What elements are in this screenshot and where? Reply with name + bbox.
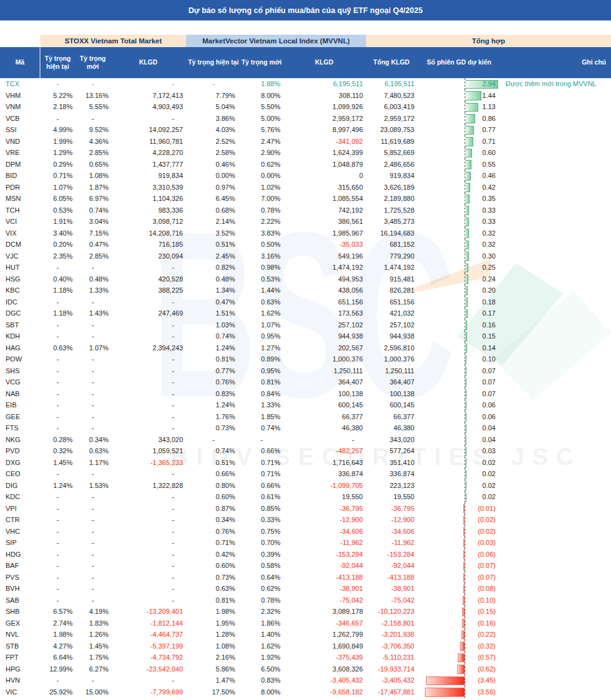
table-row: EIB---1.24%1.33%600,145600,1450.06 [0, 399, 611, 411]
gd-sessions-bar [463, 516, 465, 525]
gd-sessions-bar [465, 149, 473, 158]
cell-mvvnl-current-weight: 0.82% [186, 262, 241, 273]
cell-stoxx-klgd: - [110, 514, 186, 526]
cell-stoxx-current-weight: - [40, 514, 75, 526]
col-header-stoxx-klgd: KLGD [110, 47, 186, 78]
gd-sessions-value: 0.06 [483, 411, 496, 423]
gd-sessions-value: (0.06) [478, 549, 496, 560]
cell-mvvnl-current-weight: 0.87% [186, 503, 241, 515]
cell-stoxx-new-weight: - [75, 526, 110, 538]
cell-stoxx-current-weight: - [40, 399, 75, 411]
cell-stoxx-klgd: 14,092,257 [110, 124, 186, 136]
cell-gd-sessions: 0.46 [417, 170, 501, 182]
cell-mvvnl-new-weight: 0.85% [241, 503, 282, 515]
cell-mvvnl-klgd: 100,138 [282, 388, 366, 400]
cell-mvvnl-new-weight: 0.63% [241, 296, 282, 308]
cell-stoxx-new-weight: - [75, 583, 110, 595]
cell-total-klgd: -2,158,801 [366, 618, 417, 629]
cell-mvvnl-klgd: 3,608,326 [282, 663, 366, 675]
gd-sessions-value: 0.55 [483, 159, 496, 171]
cell-stoxx-new-weight: - [75, 262, 110, 273]
gd-sessions-bar [465, 458, 467, 467]
cell-note [501, 560, 611, 572]
cell-mvvnl-new-weight: 1.85% [241, 411, 282, 423]
gd-sessions-value: (0.07) [478, 572, 496, 583]
gd-sessions-value: 0.42 [483, 182, 496, 193]
cell-gd-sessions: 0.14 [417, 342, 501, 354]
cell-stoxx-klgd: -13,209,401 [110, 606, 186, 618]
table-row: SAB---0.81%0.78%-75,042-75,042(0.10) [0, 595, 611, 606]
cell-mvvnl-current-weight: 0.51% [186, 239, 241, 250]
table-row: VCB---3.86%5.00%2,959,1722,959,1720.86 [0, 113, 611, 125]
cell-mvvnl-new-weight: 0.89% [241, 353, 282, 365]
cell-note [501, 503, 611, 515]
gd-sessions-value: (0.15) [478, 606, 496, 618]
cell-ticker: PDR [0, 182, 40, 193]
cell-stoxx-klgd: - [110, 583, 186, 595]
gd-sessions-value: 0.18 [483, 296, 496, 308]
cell-stoxx-new-weight: - [75, 113, 110, 125]
cell-mvvnl-current-weight: 0.34% [186, 514, 241, 526]
cell-total-klgd: -36,795 [366, 503, 417, 515]
cell-mvvnl-klgd: -346,657 [282, 618, 366, 629]
cell-gd-sessions: 0.02 [417, 480, 501, 492]
cell-ticker: DXG [0, 457, 40, 469]
cell-mvvnl-new-weight: 8.00% [241, 686, 282, 698]
cell-mvvnl-klgd: 1,048,879 [282, 159, 366, 171]
gd-sessions-value: 0.06 [483, 399, 496, 411]
cell-mvvnl-new-weight: 0.78% [241, 595, 282, 606]
cell-mvvnl-current-weight: 3.52% [186, 228, 241, 239]
cell-stoxx-new-weight: 0.65% [75, 159, 110, 171]
gd-sessions-value: (0.02) [478, 526, 496, 538]
table-row: DIG1.24%1.53%1,322,8280.80%0.66%-1,099,7… [0, 480, 611, 492]
gd-sessions-bar [465, 481, 467, 490]
cell-stoxx-current-weight: - [40, 537, 75, 549]
cell-stoxx-klgd: -5,397,199 [110, 640, 186, 652]
cell-gd-sessions: 0.02 [417, 468, 501, 480]
cell-stoxx-current-weight: - [40, 675, 75, 686]
cell-stoxx-new-weight: - [75, 537, 110, 549]
cell-mvvnl-current-weight: 1.47% [186, 675, 241, 686]
cell-stoxx-current-weight: 0.53% [40, 205, 75, 216]
cell-note [501, 124, 611, 136]
cell-mvvnl-new-weight: 0.39% [241, 549, 282, 560]
gd-sessions-value: 0.10 [483, 353, 496, 365]
cell-total-klgd: 421,032 [366, 308, 417, 319]
cell-total-klgd: 6,195,511 [366, 78, 417, 90]
table-row: GEX2.74%1.83%-1,812,1441.95%1.86%-346,65… [0, 618, 611, 629]
gd-sessions-bar [465, 424, 467, 433]
cell-note [501, 652, 611, 663]
gd-sessions-bar [463, 573, 465, 582]
cell-stoxx-current-weight: - [40, 583, 75, 595]
gd-sessions-value: 0.86 [483, 113, 496, 125]
cell-mvvnl-new-weight: 0.98% [241, 262, 282, 273]
cell-stoxx-current-weight: - [40, 353, 75, 365]
cell-total-klgd: 100,138 [366, 388, 417, 400]
cell-stoxx-klgd: -1,812,144 [110, 618, 186, 629]
gd-sessions-value: (0.02) [478, 514, 496, 526]
cell-gd-sessions: (3.45) [417, 675, 501, 686]
cell-total-klgd: 336,874 [366, 468, 417, 480]
table-row: SBT---1.03%1.07%257,102257,1020.16 [0, 319, 611, 331]
cell-stoxx-new-weight: 15.00% [75, 686, 110, 698]
gd-sessions-value: (0.08) [478, 583, 496, 595]
cell-mvvnl-klgd: 1,624,399 [282, 147, 366, 159]
cell-stoxx-klgd: -7,799,699 [110, 686, 186, 698]
cell-stoxx-new-weight: 0.34% [75, 434, 110, 446]
cell-total-klgd: 577,264 [366, 445, 417, 457]
cell-mvvnl-new-weight: 0.71% [241, 468, 282, 480]
cell-stoxx-new-weight: 5.55% [75, 101, 110, 113]
cell-note [501, 170, 611, 182]
cell-stoxx-current-weight: 0.28% [40, 434, 75, 446]
cell-mvvnl-klgd: 8,997,496 [282, 124, 366, 136]
cell-stoxx-new-weight: - [75, 422, 110, 434]
cell-stoxx-klgd: 14,208,716 [110, 228, 186, 239]
cell-mvvnl-current-weight: 2.45% [186, 250, 241, 262]
cell-stoxx-klgd: -1,365,233 [110, 457, 186, 469]
cell-ticker: VND [0, 136, 40, 148]
cell-note [501, 480, 611, 492]
cell-total-klgd: 1,725,528 [366, 205, 417, 216]
table-row: GEE---1.76%1.85%66,37766,3770.06 [0, 411, 611, 423]
cell-gd-sessions: 0.86 [417, 113, 501, 125]
cell-gd-sessions: 0.02 [417, 491, 501, 503]
